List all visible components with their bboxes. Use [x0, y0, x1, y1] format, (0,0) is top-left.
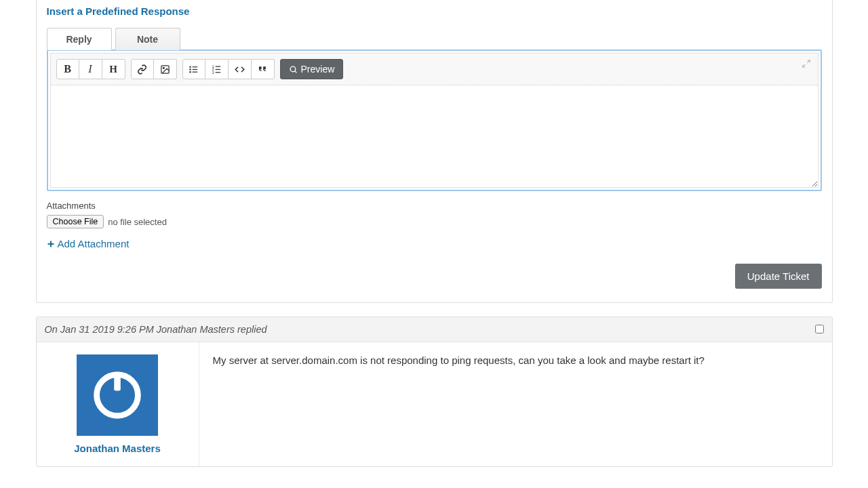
choose-file-button[interactable]: Choose File [47, 215, 104, 228]
svg-rect-5 [193, 68, 198, 69]
link-button[interactable] [131, 59, 154, 79]
svg-rect-21 [114, 374, 121, 390]
svg-rect-19 [47, 243, 54, 245]
code-button[interactable] [229, 59, 252, 79]
reply-header-text: On Jan 31 2019 9:26 PM Jonathan Masters … [45, 324, 815, 335]
tab-reply[interactable]: Reply [47, 28, 112, 50]
avatar [77, 354, 158, 436]
editor-toolbar: B I H [51, 54, 818, 85]
svg-rect-13 [215, 72, 220, 73]
svg-rect-11 [215, 68, 220, 69]
svg-point-1 [163, 67, 164, 68]
svg-point-14 [290, 66, 296, 72]
quote-button[interactable] [252, 59, 275, 79]
reply-user-panel: Jonathan Masters [37, 342, 199, 466]
reply-select-checkbox[interactable] [815, 325, 824, 333]
file-input-row: Choose File no file selected [47, 215, 822, 228]
no-file-text: no file selected [108, 217, 167, 227]
preview-label: Preview [301, 64, 335, 75]
image-button[interactable] [154, 59, 177, 79]
list-ul-icon [189, 64, 199, 75]
code-icon [235, 64, 245, 75]
reply-header: On Jan 31 2019 9:26 PM Jonathan Masters … [37, 317, 832, 342]
unordered-list-button[interactable] [182, 59, 205, 79]
italic-button[interactable]: I [79, 59, 102, 79]
link-icon [137, 64, 147, 75]
editor-tabs: Reply Note [47, 28, 822, 50]
reply-message: My server at server.domain.com is not re… [199, 342, 832, 466]
reply-entry: On Jan 31 2019 9:26 PM Jonathan Masters … [36, 317, 833, 467]
reply-textarea[interactable] [51, 85, 818, 187]
expand-icon[interactable] [802, 59, 811, 68]
plus-icon [47, 240, 55, 248]
svg-rect-7 [193, 71, 198, 72]
insert-predefined-response-link[interactable]: Insert a Predefined Response [47, 5, 190, 17]
quote-icon [258, 64, 268, 75]
svg-point-2 [189, 66, 191, 68]
svg-point-4 [189, 68, 191, 70]
image-icon [160, 64, 170, 75]
tab-note[interactable]: Note [115, 28, 180, 50]
svg-line-15 [294, 70, 296, 73]
ordered-list-button[interactable]: 123 [205, 59, 229, 79]
svg-rect-9 [215, 66, 220, 66]
svg-text:3: 3 [212, 70, 214, 74]
preview-button[interactable]: Preview [280, 59, 344, 79]
attachments-label: Attachments [47, 201, 822, 211]
search-icon [289, 65, 298, 74]
add-attachment-link[interactable]: Add Attachment [47, 238, 130, 249]
svg-line-16 [807, 60, 810, 63]
heading-button[interactable]: H [102, 59, 125, 79]
svg-point-6 [189, 71, 191, 73]
bold-button[interactable]: B [56, 59, 79, 79]
reply-user-name[interactable]: Jonathan Masters [43, 443, 192, 454]
list-ol-icon: 123 [212, 64, 222, 75]
editor-container: B I H [47, 49, 822, 191]
svg-line-17 [802, 64, 805, 67]
add-attachment-label: Add Attachment [58, 238, 130, 249]
svg-rect-3 [193, 66, 198, 67]
update-ticket-button[interactable]: Update Ticket [735, 264, 822, 289]
